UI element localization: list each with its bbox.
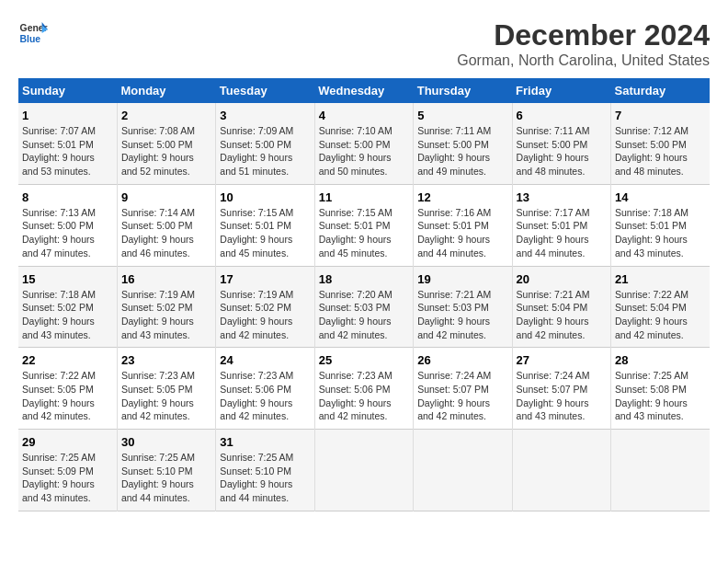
calendar-cell: 3Sunrise: 7:09 AM Sunset: 5:00 PM Daylig… — [216, 103, 314, 184]
day-info: Sunrise: 7:25 AM Sunset: 5:10 PM Dayligh… — [220, 451, 310, 505]
day-info: Sunrise: 7:24 AM Sunset: 5:07 PM Dayligh… — [517, 369, 607, 423]
day-info: Sunrise: 7:07 AM Sunset: 5:01 PM Dayligh… — [22, 124, 113, 178]
calendar-cell: 11Sunrise: 7:15 AM Sunset: 5:01 PM Dayli… — [314, 184, 413, 266]
calendar-cell: 17Sunrise: 7:19 AM Sunset: 5:02 PM Dayli… — [216, 266, 314, 348]
day-number: 12 — [417, 190, 507, 204]
day-number: 10 — [220, 190, 310, 204]
day-number: 24 — [220, 353, 310, 367]
day-number: 4 — [319, 109, 409, 122]
col-header-thursday: Thursday — [414, 78, 512, 103]
title-block: December 2024 Gorman, North Carolina, Un… — [457, 18, 710, 69]
calendar-cell: 27Sunrise: 7:24 AM Sunset: 5:07 PM Dayli… — [512, 348, 610, 430]
day-info: Sunrise: 7:11 AM Sunset: 5:00 PM Dayligh… — [417, 124, 507, 178]
calendar-body: 1Sunrise: 7:07 AM Sunset: 5:01 PM Daylig… — [18, 103, 710, 511]
day-info: Sunrise: 7:19 AM Sunset: 5:02 PM Dayligh… — [121, 288, 211, 342]
day-number: 14 — [615, 190, 706, 204]
col-header-monday: Monday — [117, 78, 215, 103]
day-info: Sunrise: 7:22 AM Sunset: 5:04 PM Dayligh… — [615, 288, 706, 342]
calendar-week-1: 1Sunrise: 7:07 AM Sunset: 5:01 PM Daylig… — [18, 103, 710, 184]
day-info: Sunrise: 7:08 AM Sunset: 5:00 PM Dayligh… — [121, 124, 211, 178]
calendar-table: SundayMondayTuesdayWednesdayThursdayFrid… — [18, 78, 710, 511]
day-number: 27 — [517, 353, 607, 367]
calendar-cell: 9Sunrise: 7:14 AM Sunset: 5:00 PM Daylig… — [117, 184, 215, 266]
calendar-cell: 5Sunrise: 7:11 AM Sunset: 5:00 PM Daylig… — [414, 103, 512, 184]
calendar-cell: 28Sunrise: 7:25 AM Sunset: 5:08 PM Dayli… — [611, 348, 710, 430]
col-header-wednesday: Wednesday — [314, 78, 413, 103]
day-number: 22 — [22, 353, 113, 367]
calendar-cell: 4Sunrise: 7:10 AM Sunset: 5:00 PM Daylig… — [314, 103, 413, 184]
calendar-cell: 23Sunrise: 7:23 AM Sunset: 5:05 PM Dayli… — [117, 348, 215, 430]
calendar-cell: 30Sunrise: 7:25 AM Sunset: 5:10 PM Dayli… — [117, 430, 215, 511]
day-info: Sunrise: 7:21 AM Sunset: 5:03 PM Dayligh… — [417, 288, 507, 342]
day-info: Sunrise: 7:14 AM Sunset: 5:00 PM Dayligh… — [121, 206, 211, 260]
col-header-saturday: Saturday — [611, 78, 710, 103]
day-info: Sunrise: 7:23 AM Sunset: 5:06 PM Dayligh… — [319, 369, 409, 423]
calendar-cell: 29Sunrise: 7:25 AM Sunset: 5:09 PM Dayli… — [18, 430, 117, 511]
day-number: 29 — [22, 435, 113, 449]
calendar-cell: 20Sunrise: 7:21 AM Sunset: 5:04 PM Dayli… — [512, 266, 610, 348]
calendar-cell: 8Sunrise: 7:13 AM Sunset: 5:00 PM Daylig… — [18, 184, 117, 266]
calendar-cell: 2Sunrise: 7:08 AM Sunset: 5:00 PM Daylig… — [117, 103, 215, 184]
day-info: Sunrise: 7:15 AM Sunset: 5:01 PM Dayligh… — [220, 206, 310, 260]
day-number: 5 — [417, 109, 507, 122]
calendar-cell: 18Sunrise: 7:20 AM Sunset: 5:03 PM Dayli… — [314, 266, 413, 348]
day-number: 1 — [22, 109, 113, 122]
day-info: Sunrise: 7:23 AM Sunset: 5:05 PM Dayligh… — [121, 369, 211, 423]
day-number: 19 — [417, 272, 507, 286]
day-number: 15 — [22, 272, 113, 286]
col-header-tuesday: Tuesday — [216, 78, 314, 103]
calendar-cell: 19Sunrise: 7:21 AM Sunset: 5:03 PM Dayli… — [414, 266, 512, 348]
day-number: 8 — [22, 190, 113, 204]
day-info: Sunrise: 7:11 AM Sunset: 5:00 PM Dayligh… — [517, 124, 607, 178]
col-header-sunday: Sunday — [18, 78, 117, 103]
calendar-cell: 31Sunrise: 7:25 AM Sunset: 5:10 PM Dayli… — [216, 430, 314, 511]
calendar-cell: 22Sunrise: 7:22 AM Sunset: 5:05 PM Dayli… — [18, 348, 117, 430]
day-info: Sunrise: 7:24 AM Sunset: 5:07 PM Dayligh… — [417, 369, 507, 423]
page-subtitle: Gorman, North Carolina, United States — [457, 52, 710, 69]
day-info: Sunrise: 7:18 AM Sunset: 5:02 PM Dayligh… — [22, 288, 113, 342]
calendar-cell — [314, 430, 413, 511]
day-info: Sunrise: 7:13 AM Sunset: 5:00 PM Dayligh… — [22, 206, 113, 260]
calendar-cell: 14Sunrise: 7:18 AM Sunset: 5:01 PM Dayli… — [611, 184, 710, 266]
page-header: General Blue December 2024 Gorman, North… — [18, 18, 710, 69]
calendar-cell: 6Sunrise: 7:11 AM Sunset: 5:00 PM Daylig… — [512, 103, 610, 184]
day-info: Sunrise: 7:25 AM Sunset: 5:09 PM Dayligh… — [22, 451, 113, 505]
day-info: Sunrise: 7:22 AM Sunset: 5:05 PM Dayligh… — [22, 369, 113, 423]
day-number: 13 — [517, 190, 607, 204]
day-info: Sunrise: 7:19 AM Sunset: 5:02 PM Dayligh… — [220, 288, 310, 342]
day-number: 26 — [417, 353, 507, 367]
day-info: Sunrise: 7:09 AM Sunset: 5:00 PM Dayligh… — [220, 124, 310, 178]
calendar-cell: 25Sunrise: 7:23 AM Sunset: 5:06 PM Dayli… — [314, 348, 413, 430]
day-info: Sunrise: 7:17 AM Sunset: 5:01 PM Dayligh… — [517, 206, 607, 260]
day-info: Sunrise: 7:12 AM Sunset: 5:00 PM Dayligh… — [615, 124, 706, 178]
day-number: 30 — [121, 435, 211, 449]
day-number: 3 — [220, 109, 310, 122]
calendar-week-2: 8Sunrise: 7:13 AM Sunset: 5:00 PM Daylig… — [18, 184, 710, 266]
calendar-cell: 16Sunrise: 7:19 AM Sunset: 5:02 PM Dayli… — [117, 266, 215, 348]
day-info: Sunrise: 7:23 AM Sunset: 5:06 PM Dayligh… — [220, 369, 310, 423]
day-info: Sunrise: 7:18 AM Sunset: 5:01 PM Dayligh… — [615, 206, 706, 260]
calendar-week-5: 29Sunrise: 7:25 AM Sunset: 5:09 PM Dayli… — [18, 430, 710, 511]
calendar-week-3: 15Sunrise: 7:18 AM Sunset: 5:02 PM Dayli… — [18, 266, 710, 348]
col-header-friday: Friday — [512, 78, 610, 103]
day-number: 21 — [615, 272, 706, 286]
calendar-cell: 24Sunrise: 7:23 AM Sunset: 5:06 PM Dayli… — [216, 348, 314, 430]
day-info: Sunrise: 7:25 AM Sunset: 5:10 PM Dayligh… — [121, 451, 211, 505]
day-number: 17 — [220, 272, 310, 286]
calendar-cell — [512, 430, 610, 511]
day-number: 16 — [121, 272, 211, 286]
day-number: 7 — [615, 109, 706, 122]
day-info: Sunrise: 7:20 AM Sunset: 5:03 PM Dayligh… — [319, 288, 409, 342]
page-title: December 2024 — [457, 18, 710, 52]
calendar-cell — [414, 430, 512, 511]
day-number: 28 — [615, 353, 706, 367]
calendar-cell: 7Sunrise: 7:12 AM Sunset: 5:00 PM Daylig… — [611, 103, 710, 184]
day-info: Sunrise: 7:21 AM Sunset: 5:04 PM Dayligh… — [517, 288, 607, 342]
calendar-cell: 15Sunrise: 7:18 AM Sunset: 5:02 PM Dayli… — [18, 266, 117, 348]
calendar-cell: 26Sunrise: 7:24 AM Sunset: 5:07 PM Dayli… — [414, 348, 512, 430]
day-number: 11 — [319, 190, 409, 204]
logo: General Blue — [18, 18, 48, 48]
day-info: Sunrise: 7:15 AM Sunset: 5:01 PM Dayligh… — [319, 206, 409, 260]
day-info: Sunrise: 7:16 AM Sunset: 5:01 PM Dayligh… — [417, 206, 507, 260]
calendar-cell: 13Sunrise: 7:17 AM Sunset: 5:01 PM Dayli… — [512, 184, 610, 266]
